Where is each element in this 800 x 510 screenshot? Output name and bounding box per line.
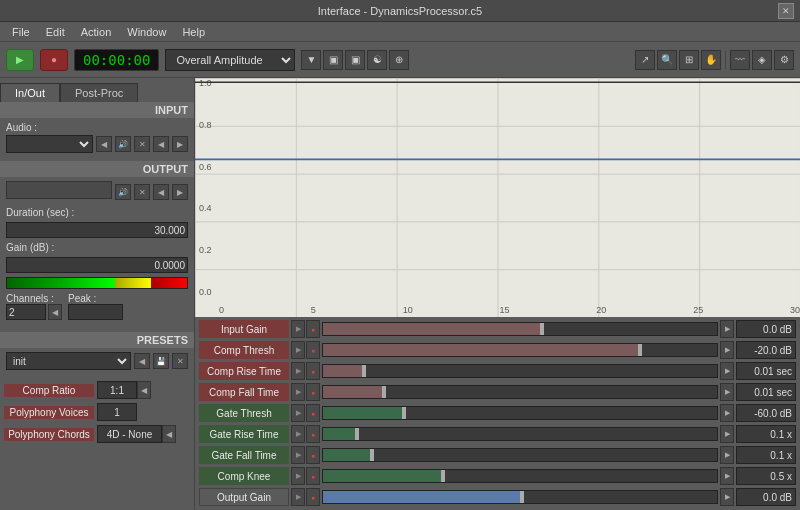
polyphony-chords-input[interactable]	[97, 425, 162, 443]
slider-track-0[interactable]	[322, 322, 718, 336]
peak-input[interactable]	[68, 304, 123, 320]
toolbar-grid-icon[interactable]: ◈	[752, 50, 772, 70]
input-section: Audio : ◀ 🔊 ✕ ◀ ▶	[0, 118, 194, 161]
tab-inout[interactable]: In/Out	[0, 83, 60, 102]
preset-save-icon[interactable]: 💾	[153, 353, 169, 369]
slider-play-7[interactable]: ▶	[291, 467, 305, 485]
slider-value-4: -60.0 dB	[736, 404, 796, 422]
slider-dot-4[interactable]: ●	[306, 404, 320, 422]
polyphony-chords-arrow[interactable]: ◀	[162, 425, 176, 443]
output-speaker-icon[interactable]: 🔊	[115, 184, 131, 200]
slider-right-btn-1[interactable]: ▶	[720, 341, 734, 359]
audio-mute-icon[interactable]: ✕	[134, 136, 150, 152]
slider-play-8[interactable]: ▶	[291, 488, 305, 506]
slider-thumb-3	[382, 386, 386, 398]
slider-track-3[interactable]	[322, 385, 718, 399]
slider-track-5[interactable]	[322, 427, 718, 441]
toolbar-pan-icon[interactable]: ✋	[701, 50, 721, 70]
slider-dot-5[interactable]: ●	[306, 425, 320, 443]
slider-thumb-8	[520, 491, 524, 503]
menu-action[interactable]: Action	[73, 25, 120, 39]
peak-group: Peak :	[68, 293, 123, 320]
tab-postproc[interactable]: Post-Proc	[60, 83, 138, 102]
slider-dot-8[interactable]: ●	[306, 488, 320, 506]
vu-red	[151, 278, 187, 288]
toolbar-wave-icon[interactable]: 〰	[730, 50, 750, 70]
slider-right-btn-5[interactable]: ▶	[720, 425, 734, 443]
slider-btns-7: ▶ ●	[291, 467, 320, 485]
slider-dot-0[interactable]: ●	[306, 320, 320, 338]
slider-track-6[interactable]	[322, 448, 718, 462]
channels-input[interactable]	[6, 304, 46, 320]
record-button[interactable]: ●	[40, 49, 68, 71]
slider-play-2[interactable]: ▶	[291, 362, 305, 380]
toolbar-target-icon[interactable]: ⊕	[389, 50, 409, 70]
slider-right-btn-7[interactable]: ▶	[720, 467, 734, 485]
audio-play-icon[interactable]: ◀	[153, 136, 169, 152]
toolbar-paste-icon[interactable]: ▣	[345, 50, 365, 70]
slider-dot-7[interactable]: ●	[306, 467, 320, 485]
preset-delete-icon[interactable]: ✕	[172, 353, 188, 369]
slider-fill-0	[323, 323, 540, 335]
slider-track-7[interactable]	[322, 469, 718, 483]
audio-speaker-icon[interactable]: 🔊	[115, 136, 131, 152]
close-button[interactable]: ✕	[778, 3, 794, 19]
duration-input[interactable]	[6, 222, 188, 238]
slider-dot-6[interactable]: ●	[306, 446, 320, 464]
file-name-input[interactable]	[6, 181, 112, 199]
toolbar-zoom2-icon[interactable]: ⊞	[679, 50, 699, 70]
output-audio-row: 🔊 ✕ ◀ ▶	[6, 181, 188, 203]
slider-track-8[interactable]	[322, 490, 718, 504]
output-stop-icon[interactable]: ▶	[172, 184, 188, 200]
slider-track-4[interactable]	[322, 406, 718, 420]
slider-play-3[interactable]: ▶	[291, 383, 305, 401]
menu-edit[interactable]: Edit	[38, 25, 73, 39]
slider-label-1: Comp Thresh	[199, 341, 289, 359]
slider-row-2: Comp Rise Time ▶ ● ▶ 0.01 sec	[199, 361, 796, 381]
slider-btns-0: ▶ ●	[291, 320, 320, 338]
output-section: 🔊 ✕ ◀ ▶ Duration (sec) : Gain (dB) :	[0, 177, 194, 328]
comp-ratio-arrow[interactable]: ◀	[137, 381, 151, 399]
slider-value-6: 0.1 x	[736, 446, 796, 464]
slider-dot-1[interactable]: ●	[306, 341, 320, 359]
menu-file[interactable]: File	[4, 25, 38, 39]
toolbar-back-icon[interactable]: ▼	[301, 50, 321, 70]
slider-play-4[interactable]: ▶	[291, 404, 305, 422]
audio-dropdown[interactable]	[6, 135, 93, 153]
slider-play-5[interactable]: ▶	[291, 425, 305, 443]
menu-window[interactable]: Window	[119, 25, 174, 39]
left-panel: In/Out Post-Proc INPUT Audio : ◀ 🔊 ✕ ◀ ▶…	[0, 78, 195, 510]
toolbar-settings-icon[interactable]: ⚙	[774, 50, 794, 70]
slider-dot-3[interactable]: ●	[306, 383, 320, 401]
slider-play-1[interactable]: ▶	[291, 341, 305, 359]
toolbar-zoom-icon[interactable]: 🔍	[657, 50, 677, 70]
gain-input[interactable]	[6, 257, 188, 273]
slider-track-2[interactable]	[322, 364, 718, 378]
output-play-icon[interactable]: ◀	[153, 184, 169, 200]
output-mute-icon[interactable]: ✕	[134, 184, 150, 200]
preset-select[interactable]: init	[6, 352, 131, 370]
slider-right-btn-2[interactable]: ▶	[720, 362, 734, 380]
polyphony-voices-input[interactable]	[97, 403, 137, 421]
slider-play-0[interactable]: ▶	[291, 320, 305, 338]
preset-down-arrow[interactable]: ◀	[134, 353, 150, 369]
channels-arrow[interactable]: ◀	[48, 304, 62, 320]
slider-dot-2[interactable]: ●	[306, 362, 320, 380]
toolbar-copy-icon[interactable]: ▣	[323, 50, 343, 70]
audio-stop-icon[interactable]: ▶	[172, 136, 188, 152]
menu-help[interactable]: Help	[174, 25, 213, 39]
slider-right-btn-0[interactable]: ▶	[720, 320, 734, 338]
toolbar-link-icon[interactable]: ☯	[367, 50, 387, 70]
slider-fill-5	[323, 428, 355, 440]
audio-down-arrow[interactable]: ◀	[96, 136, 112, 152]
amplitude-dropdown[interactable]: Overall Amplitude Peak RMS	[165, 49, 295, 71]
slider-right-btn-8[interactable]: ▶	[720, 488, 734, 506]
slider-right-btn-3[interactable]: ▶	[720, 383, 734, 401]
comp-ratio-input[interactable]	[97, 381, 137, 399]
toolbar-select-icon[interactable]: ↗	[635, 50, 655, 70]
slider-track-1[interactable]	[322, 343, 718, 357]
slider-play-6[interactable]: ▶	[291, 446, 305, 464]
play-button[interactable]: ▶	[6, 49, 34, 71]
slider-right-btn-6[interactable]: ▶	[720, 446, 734, 464]
slider-right-btn-4[interactable]: ▶	[720, 404, 734, 422]
